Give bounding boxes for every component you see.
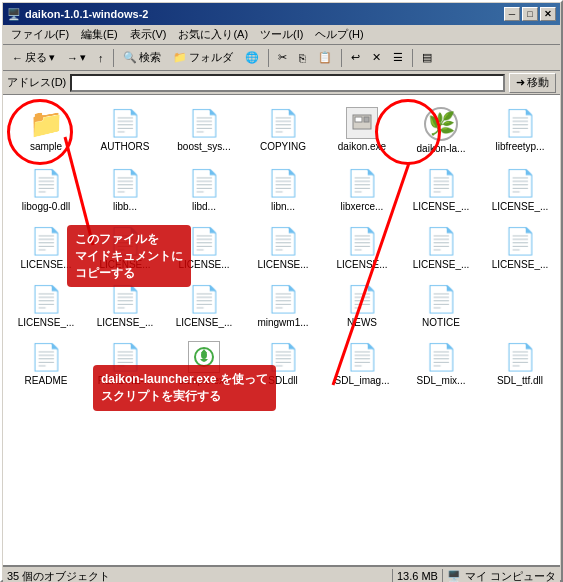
menu-file[interactable]: ファイル(F) xyxy=(5,25,75,44)
delete-icon: ✕ xyxy=(372,51,381,64)
file-license2[interactable]: 📄 LICENSE_... xyxy=(485,163,555,217)
file-license1[interactable]: 📄 LICENSE_... xyxy=(406,163,476,217)
status-sep2 xyxy=(442,569,443,582)
file-libn[interactable]: 📄 libn... xyxy=(248,163,318,217)
copy-button[interactable]: ⎘ xyxy=(294,47,311,69)
file-copying[interactable]: 📄 COPYING xyxy=(248,103,318,159)
file-name: SDL_ttf.dll xyxy=(497,375,543,387)
folder-button[interactable]: 📁 フォルダ xyxy=(168,47,238,69)
file-license6[interactable]: 📄 LICENSE... xyxy=(248,221,318,275)
sep3 xyxy=(341,49,342,67)
file-license12[interactable]: 📄 LICENSE_... xyxy=(169,279,239,333)
status-bar: 35 個のオブジェクト 13.6 MB 🖥️ マイ コンピュータ xyxy=(3,565,560,582)
file-license11[interactable]: 📄 LICENSE_... xyxy=(90,279,160,333)
status-computer: マイ コンピュータ xyxy=(465,569,556,583)
file-boost[interactable]: 📄 boost_sys... xyxy=(169,103,239,159)
file-name: NOTICE xyxy=(422,317,460,329)
dll-icon: 📄 xyxy=(346,341,378,373)
dll-icon: 📄 xyxy=(425,341,457,373)
address-input[interactable] xyxy=(70,74,505,92)
file-libxerce[interactable]: 📄 libxerce... xyxy=(327,163,397,217)
file-daikon-launcher[interactable]: 🌿 daikon-la... xyxy=(406,103,476,159)
cut-icon: ✂ xyxy=(278,51,287,64)
file-name: README-... xyxy=(98,375,152,387)
doc-icon: 📄 xyxy=(30,341,62,373)
menu-tools[interactable]: ツール(I) xyxy=(254,25,309,44)
file-readme2[interactable]: 📄 README-... xyxy=(90,337,160,391)
file-name: LICENSE_... xyxy=(97,317,154,329)
menu-bar: ファイル(F) 編集(E) 表示(V) お気に入り(A) ツール(I) ヘルプ(… xyxy=(3,25,560,45)
minimize-button[interactable]: ─ xyxy=(504,7,520,21)
file-name: libfreetyp... xyxy=(496,141,545,153)
paste-button[interactable]: 📋 xyxy=(313,47,337,69)
views-icon: ▤ xyxy=(422,51,432,64)
menu-favorites[interactable]: お気に入り(A) xyxy=(172,25,254,44)
file-name: NEWS xyxy=(347,317,377,329)
file-sdl-image[interactable]: 📄 SDL_imag... xyxy=(327,337,397,391)
file-libfreetype[interactable]: 📄 libfreetyp... xyxy=(485,103,555,159)
svg-rect-2 xyxy=(364,117,369,122)
doc-icon: 📄 xyxy=(109,283,141,315)
file-sample-exe[interactable]: sample.exe xyxy=(169,337,239,391)
dll-icon: 📄 xyxy=(504,107,536,139)
views-button[interactable]: ▤ xyxy=(417,47,437,69)
undo-button[interactable]: ↩ xyxy=(346,47,365,69)
file-license8[interactable]: 📄 LICENSE_... xyxy=(406,221,476,275)
file-license5[interactable]: 📄 LICENSE... xyxy=(169,221,239,275)
file-name: LICENSE_... xyxy=(413,259,470,271)
file-libd[interactable]: 📄 libd... xyxy=(169,163,239,217)
file-license4[interactable]: 📄 LICENSE... xyxy=(90,221,160,275)
file-license10[interactable]: 📄 LICENSE_... xyxy=(11,279,81,333)
file-name: libxerce... xyxy=(341,201,384,213)
up-icon: ↑ xyxy=(98,52,104,64)
file-libogg[interactable]: 📄 libogg-0.dll xyxy=(11,163,81,217)
file-name: LICENSE_... xyxy=(413,201,470,213)
file-notice[interactable]: 📄 NOTICE xyxy=(406,279,476,333)
file-authors[interactable]: 📄 AUTHORS xyxy=(90,103,160,159)
globe-button[interactable]: 🌐 xyxy=(240,47,264,69)
doc-icon: 📄 xyxy=(188,283,220,315)
file-license7[interactable]: 📄 LICENSE... xyxy=(327,221,397,275)
forward-button[interactable]: → ▾ xyxy=(62,47,91,69)
delete-button[interactable]: ✕ xyxy=(367,47,386,69)
file-sdl-mixer[interactable]: 📄 SDL_mix... xyxy=(406,337,476,391)
file-readme[interactable]: 📄 README xyxy=(11,337,81,391)
search-icon: 🔍 xyxy=(123,51,137,64)
status-sep1 xyxy=(392,569,393,582)
file-sdl[interactable]: 📄 SDLdll xyxy=(248,337,318,391)
file-daikon-exe[interactable]: daikon.exe xyxy=(327,103,397,159)
file-name: sample.exe xyxy=(178,375,229,387)
file-name: libd... xyxy=(192,201,216,213)
window: 🖥️ daikon-1.0.1-windows-2 ─ □ ✕ ファイル(F) … xyxy=(0,0,563,582)
doc-icon: 📄 xyxy=(504,167,536,199)
doc-icon: 📄 xyxy=(109,107,141,139)
file-area[interactable]: 📁 sample 📄 AUTHORS 📄 boost_sys... 📄 COPY… xyxy=(3,95,560,565)
dll-icon: 📄 xyxy=(346,167,378,199)
sample-exe-icon xyxy=(188,341,220,373)
doc-icon: 📄 xyxy=(425,225,457,257)
maximize-button[interactable]: □ xyxy=(522,7,538,21)
search-label: 検索 xyxy=(139,50,161,65)
file-sdl-ttf[interactable]: 📄 SDL_ttf.dll xyxy=(485,337,555,391)
file-sample[interactable]: 📁 sample xyxy=(11,103,81,159)
menu-help[interactable]: ヘルプ(H) xyxy=(309,25,369,44)
search-button[interactable]: 🔍 検索 xyxy=(118,47,166,69)
file-license3[interactable]: 📄 LICENSE... xyxy=(11,221,81,275)
file-mingw[interactable]: 📄 mingwm1... xyxy=(248,279,318,333)
back-button[interactable]: ← 戻る ▾ xyxy=(7,47,60,69)
close-button[interactable]: ✕ xyxy=(540,7,556,21)
go-button[interactable]: ➜ 移動 xyxy=(509,73,556,93)
doc-icon: 📄 xyxy=(109,225,141,257)
file-license9[interactable]: 📄 LICENSE_... xyxy=(485,221,555,275)
dll-icon: 📄 xyxy=(267,341,299,373)
sep1 xyxy=(113,49,114,67)
file-news[interactable]: 📄 NEWS xyxy=(327,279,397,333)
file-libb[interactable]: 📄 libb... xyxy=(90,163,160,217)
up-button[interactable]: ↑ xyxy=(93,47,109,69)
menu-view[interactable]: 表示(V) xyxy=(124,25,173,44)
doc-icon: 📄 xyxy=(346,283,378,315)
menu-edit[interactable]: 編集(E) xyxy=(75,25,124,44)
cut-button[interactable]: ✂ xyxy=(273,47,292,69)
file-name: mingwm1... xyxy=(257,317,308,329)
properties-button[interactable]: ☰ xyxy=(388,47,408,69)
